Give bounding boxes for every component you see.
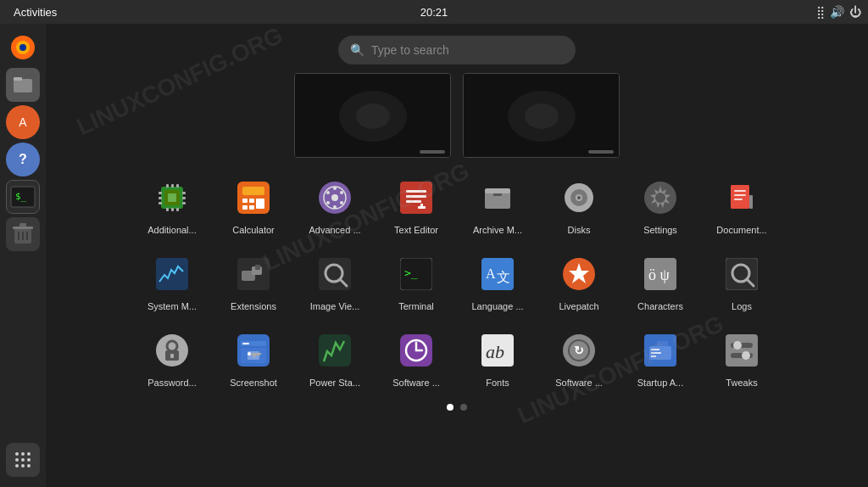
svg-rect-49 <box>242 199 248 203</box>
app-item-settings[interactable]: Settings <box>620 168 701 244</box>
app-item-calculator[interactable]: Calculator <box>213 168 294 244</box>
svg-rect-48 <box>242 187 264 195</box>
dock-item-files[interactable] <box>6 68 40 102</box>
dock-item-firefox[interactable] <box>6 31 40 64</box>
svg-rect-53 <box>249 205 254 210</box>
svg-point-20 <box>15 458 19 462</box>
app-label-image-viewer: Image Vie... <box>310 301 360 312</box>
activities-button[interactable]: Activities <box>7 4 64 20</box>
app-item-language-support[interactable]: A文Language ... <box>457 244 538 321</box>
svg-rect-42 <box>171 184 174 188</box>
main-content: 🔍 Additional...CalculatorAdvanced ...Tex… <box>46 24 868 487</box>
app-icon-advanced-settings <box>313 176 357 220</box>
page-dot-1[interactable] <box>447 404 453 411</box>
firefox-icon <box>9 34 36 61</box>
app-icon-software-updater <box>394 328 438 372</box>
app-icon-additional-drivers <box>150 176 194 220</box>
app-label-logs: Logs <box>732 301 752 312</box>
svg-point-19 <box>27 452 31 456</box>
app-label-software-updater: Software ... <box>392 378 440 389</box>
dock-item-appgrid[interactable] <box>6 443 40 477</box>
svg-point-31 <box>525 104 559 129</box>
app-item-passwords[interactable]: Password... <box>131 321 213 397</box>
svg-rect-43 <box>176 184 179 188</box>
app-icon-logs <box>720 252 764 296</box>
dock-item-appstore[interactable]: A <box>6 105 40 139</box>
svg-rect-34 <box>168 193 176 202</box>
app-item-logs[interactable]: Logs <box>701 244 782 321</box>
app-icon-screenshot <box>231 328 275 372</box>
svg-rect-71 <box>493 193 502 196</box>
dock-item-terminal[interactable]: $_ <box>6 180 40 214</box>
window-thumb-2[interactable] <box>463 73 620 158</box>
app-icon-tweaks <box>720 328 764 372</box>
app-item-system-monitor[interactable]: System M... <box>131 244 213 321</box>
svg-point-58 <box>340 201 343 204</box>
window-thumb-1[interactable] <box>294 73 451 158</box>
app-icon-characters: ö ψ <box>638 252 682 296</box>
dock-item-trash[interactable] <box>6 217 40 251</box>
sound-icon[interactable]: 🔊 <box>830 5 844 19</box>
app-row-3: Password...ScreenshotPower Sta...Softwar… <box>126 321 787 397</box>
app-item-software-center[interactable]: ↻Software ... <box>538 321 620 397</box>
svg-rect-40 <box>182 202 186 204</box>
app-item-livepatch[interactable]: Livepatch <box>538 244 620 321</box>
app-item-terminal[interactable]: >_Terminal <box>376 244 457 321</box>
svg-point-62 <box>331 194 338 201</box>
svg-text:ab: ab <box>486 341 504 362</box>
app-row-1: Additional...CalculatorAdvanced ...Text … <box>126 168 787 244</box>
search-bar[interactable]: 🔍 <box>338 36 576 64</box>
app-icon-document-viewer <box>720 176 764 220</box>
app-item-extensions[interactable]: Extensions <box>213 244 294 321</box>
svg-rect-36 <box>159 197 162 199</box>
page-dot-2[interactable] <box>460 404 467 411</box>
svg-text:↻: ↻ <box>574 344 584 357</box>
terminal-icon: $_ <box>10 186 36 208</box>
app-item-characters[interactable]: ö ψCharacters <box>620 244 701 321</box>
app-item-text-editor[interactable]: Text Editor <box>376 168 457 244</box>
app-item-screenshot[interactable]: Screenshot <box>213 321 294 397</box>
app-item-advanced-settings[interactable]: Advanced ... <box>294 168 376 244</box>
app-item-power-statistics[interactable]: Power Sta... <box>294 321 376 397</box>
svg-point-57 <box>340 191 343 194</box>
app-icon-software-center: ↻ <box>557 328 601 372</box>
network-icon[interactable]: ⣿ <box>816 5 825 19</box>
svg-rect-83 <box>749 195 753 209</box>
app-item-archive-manager[interactable]: Archive M... <box>457 168 538 244</box>
app-label-document-viewer: Document... <box>716 225 766 236</box>
svg-rect-39 <box>182 197 186 199</box>
svg-marker-123 <box>657 341 668 346</box>
svg-text:A: A <box>19 115 27 129</box>
dock-item-help[interactable]: ? <box>6 143 40 176</box>
app-item-startup-applications[interactable]: Startup A... <box>620 321 701 397</box>
search-input[interactable] <box>371 43 541 57</box>
svg-rect-64 <box>406 190 426 193</box>
app-label-disks: Disks <box>568 225 591 236</box>
svg-rect-37 <box>159 202 162 204</box>
app-icon-passwords <box>150 328 194 372</box>
svg-point-23 <box>15 464 19 467</box>
clock: 20:21 <box>420 6 448 19</box>
app-item-software-updater[interactable]: Software ... <box>376 321 457 397</box>
app-item-document-viewer[interactable]: Document... <box>701 168 782 244</box>
topbar: Activities 20:21 ⣿ 🔊 ⏻ <box>0 0 868 24</box>
svg-point-130 <box>733 341 742 350</box>
svg-rect-46 <box>176 208 179 211</box>
app-item-tweaks[interactable]: Tweaks <box>701 321 782 397</box>
svg-point-59 <box>333 205 337 209</box>
app-item-image-viewer[interactable]: Image Vie... <box>294 244 376 321</box>
app-label-livepatch: Livepatch <box>559 301 598 312</box>
svg-rect-13 <box>19 223 26 227</box>
svg-rect-35 <box>159 192 162 194</box>
app-item-additional-drivers[interactable]: Additional... <box>131 168 213 244</box>
app-label-screenshot: Screenshot <box>230 378 277 389</box>
app-item-disks[interactable]: Disks <box>538 168 620 244</box>
app-label-power-statistics: Power Sta... <box>309 378 360 389</box>
power-icon[interactable]: ⏻ <box>849 5 861 19</box>
app-item-fonts[interactable]: abFonts <box>457 321 538 397</box>
svg-rect-65 <box>406 195 426 198</box>
trash-icon <box>11 221 35 247</box>
app-icon-calculator <box>231 176 275 220</box>
app-label-additional-drivers: Additional... <box>147 225 196 236</box>
svg-point-22 <box>27 458 31 462</box>
